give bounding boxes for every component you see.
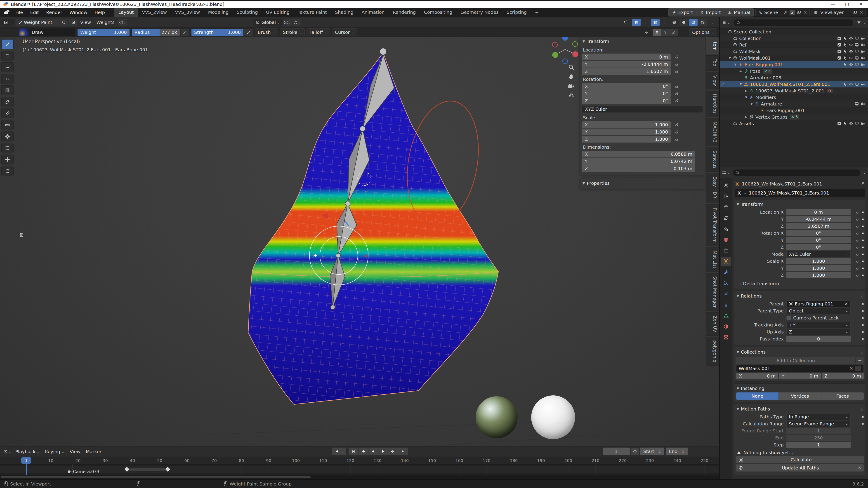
- shading-rendered-icon[interactable]: [699, 19, 707, 26]
- relations-field[interactable]: 0: [786, 336, 850, 342]
- play-button[interactable]: [378, 448, 388, 455]
- workspace-tab-vvs-3view[interactable]: VVS_3View: [171, 8, 204, 17]
- radius-slider[interactable]: Radius277 px: [132, 29, 180, 36]
- npanel-rotation-z-field[interactable]: Z0°: [582, 97, 671, 104]
- npanel-scale-x-field[interactable]: X1.000: [582, 121, 671, 128]
- use-preview-range-icon[interactable]: [631, 448, 639, 455]
- material-icon[interactable]: [721, 322, 731, 331]
- workspace-tab-compositing[interactable]: Compositing: [420, 8, 456, 17]
- outliner-row[interactable]: ▼Armature: [720, 101, 868, 107]
- dropdown-cursor[interactable]: Cursor⌄: [332, 29, 357, 36]
- workspace-tab-animation[interactable]: Animation: [358, 8, 389, 17]
- transform-field[interactable]: 1.6507 m: [786, 223, 850, 229]
- mirror-axis-toggle[interactable]: XYZ: [653, 29, 678, 36]
- motion-select[interactable]: In Range⌄: [786, 414, 850, 420]
- falloff-dropdown-icon[interactable]: ⌄: [118, 19, 127, 26]
- workspace-tab-texture-paint[interactable]: Texture Paint: [293, 8, 331, 17]
- perspective-grid-icon[interactable]: [568, 92, 575, 99]
- instancing-faces[interactable]: Faces: [822, 392, 864, 400]
- tool-move-tool[interactable]: [1, 155, 13, 164]
- xray-dropdown[interactable]: ⌄: [660, 19, 669, 26]
- npanel-dimensions-y-field[interactable]: Y0.0742 m: [582, 158, 695, 165]
- menu-edit[interactable]: Edit: [26, 8, 42, 17]
- brush-thumbnail[interactable]: [19, 29, 29, 36]
- outliner-row[interactable]: Assets: [720, 120, 868, 127]
- selectable-toggle-icon[interactable]: [843, 43, 847, 47]
- world-icon[interactable]: [721, 235, 731, 245]
- frame-end-field[interactable]: End1: [666, 448, 688, 455]
- collection-offset-x[interactable]: X0 m: [736, 373, 778, 379]
- checkbox-toggle-icon[interactable]: [837, 43, 841, 47]
- pan-hand-icon[interactable]: [568, 73, 575, 80]
- sidebar-tab-pivot-transform[interactable]: Pivot Transform: [706, 204, 719, 246]
- particles-icon[interactable]: [721, 278, 731, 288]
- npanel-dimensions-z-field[interactable]: Z0.103 m: [582, 165, 695, 172]
- menu-render[interactable]: Render: [42, 8, 66, 17]
- instancing-header[interactable]: ▼Instancing⣿: [736, 385, 864, 392]
- mirror-axis-x[interactable]: X: [653, 29, 661, 36]
- current-frame-badge[interactable]: 1: [21, 457, 31, 464]
- viewport-disable-icon[interactable]: [855, 56, 859, 60]
- modifiers-icon[interactable]: [721, 267, 731, 277]
- import-button[interactable]: Import: [696, 8, 724, 17]
- lock-icon[interactable]: [675, 84, 679, 88]
- new-collection-button[interactable]: [856, 357, 864, 364]
- npanel-scale-y-field[interactable]: Y1.000: [582, 129, 671, 135]
- transform-props-header[interactable]: ▼Transform⣿: [736, 201, 864, 208]
- expander-icon[interactable]: ▼: [749, 102, 754, 105]
- tool-measure-tool[interactable]: [1, 120, 13, 130]
- npanel-dimensions-x-field[interactable]: X0.0589 m: [582, 151, 695, 158]
- tool-brush-draw[interactable]: [1, 39, 13, 49]
- hide-toggle-icon[interactable]: [849, 82, 853, 86]
- tool-annotate-tool[interactable]: [1, 108, 13, 119]
- workspace-tab--[interactable]: +: [531, 8, 543, 17]
- blender-menu-icon[interactable]: [3, 10, 10, 15]
- outliner-row[interactable]: Ref.-: [720, 41, 868, 48]
- relations-select[interactable]: +Y⌄: [786, 322, 850, 328]
- keyframe-range-bar[interactable]: [127, 468, 168, 471]
- npanel-location-y-field[interactable]: Y-0.04444 m: [582, 61, 671, 68]
- selectable-toggle-icon[interactable]: [843, 36, 847, 40]
- timeline-menu-view[interactable]: View: [67, 448, 83, 455]
- shading-solid-icon[interactable]: [680, 19, 688, 26]
- navigation-gizmo[interactable]: [548, 37, 582, 66]
- motion-field[interactable]: 250: [786, 435, 850, 441]
- workspace-tab-rendering[interactable]: Rendering: [389, 8, 420, 17]
- viewport-disable-icon[interactable]: [855, 121, 859, 126]
- sidebar-tab-hardops[interactable]: HardOps: [706, 91, 719, 117]
- properties-search-input[interactable]: [733, 169, 861, 176]
- lock-icon[interactable]: [675, 62, 679, 66]
- lock-icon[interactable]: [675, 69, 679, 73]
- viewport-disable-icon[interactable]: [855, 62, 859, 67]
- auto-keying-button[interactable]: ⌄: [332, 448, 346, 455]
- expander-icon[interactable]: ▼: [744, 96, 749, 99]
- menu-file[interactable]: File: [12, 8, 26, 17]
- sidebar-tab-zen-uv[interactable]: Zen UV: [706, 312, 719, 335]
- collections-header[interactable]: ▼Collections⣿: [736, 349, 864, 356]
- brush-name-field[interactable]: Draw: [29, 29, 75, 36]
- hide-toggle-icon[interactable]: [849, 49, 853, 54]
- outliner-row[interactable]: ▶Vertex Groups5: [720, 113, 868, 120]
- outliner-row[interactable]: Scene Collection: [720, 29, 868, 35]
- options-dropdown[interactable]: Options⌄: [689, 29, 717, 36]
- motion-select[interactable]: Scene Frame Range⌄: [786, 421, 850, 427]
- add-to-collection-button[interactable]: Add to Collection: [736, 357, 855, 364]
- mirror-axis-y[interactable]: Y: [661, 29, 669, 36]
- dropdown-falloff[interactable]: Falloff⌄: [307, 29, 330, 36]
- workspace-tab-scripting[interactable]: Scripting: [503, 8, 531, 17]
- timeline-menu-playback[interactable]: Playback ⌄: [13, 448, 42, 455]
- pin-icon[interactable]: [860, 182, 865, 186]
- editor-type-button[interactable]: ⌄: [1, 19, 14, 26]
- update-all-paths-button[interactable]: Update All Paths✕: [736, 464, 864, 471]
- prev-keyframe-button[interactable]: [359, 448, 368, 455]
- collection-name-field[interactable]: WolfMask.001✕⌄: [736, 365, 864, 372]
- next-keyframe-button[interactable]: [388, 448, 398, 455]
- transform-field[interactable]: 0°: [786, 237, 850, 243]
- render-disable-icon[interactable]: [861, 36, 865, 40]
- outliner-editor-icon[interactable]: ⌄: [722, 21, 730, 25]
- object-icon[interactable]: [721, 257, 731, 266]
- view-layer-icon[interactable]: [721, 213, 731, 223]
- paint-mask-face-icon[interactable]: [69, 19, 78, 26]
- shading-material-icon[interactable]: [689, 19, 698, 26]
- collection-offset-y[interactable]: Y0 m: [779, 373, 821, 379]
